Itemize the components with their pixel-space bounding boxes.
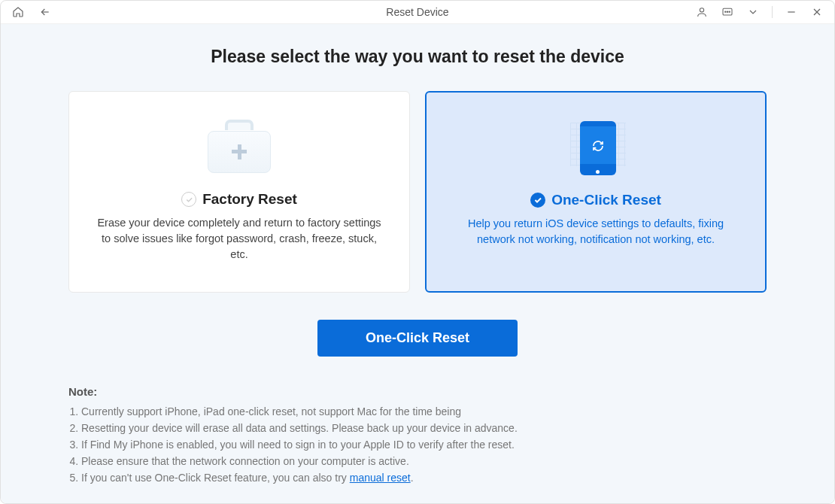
svg-point-2 xyxy=(725,11,726,12)
home-icon[interactable] xyxy=(11,5,25,19)
first-aid-kit-icon xyxy=(208,120,271,181)
one-click-reset-title: One-Click Reset xyxy=(551,192,661,208)
notes-section: Note: Currently support iPhone, iPad one… xyxy=(14,385,821,487)
radio-checked-icon xyxy=(530,193,545,208)
page-heading: Please select the way you want to reset … xyxy=(211,47,624,67)
one-click-reset-button[interactable]: One-Click Reset xyxy=(317,320,518,357)
notes-list: Currently support iPhone, iPad one-click… xyxy=(68,404,767,486)
svg-point-3 xyxy=(727,11,727,12)
note-item: If Find My iPhone is enabled, you will n… xyxy=(81,437,767,453)
chevron-down-icon[interactable] xyxy=(746,5,760,19)
svg-point-4 xyxy=(729,11,730,12)
app-window: Reset Device Please select the way you w… xyxy=(0,0,835,504)
content-area: Please select the way you want to reset … xyxy=(1,24,834,503)
close-icon[interactable] xyxy=(810,5,824,19)
window-title: Reset Device xyxy=(386,6,448,18)
note-item: Currently support iPhone, iPad one-click… xyxy=(81,404,767,420)
titlebar-left xyxy=(11,5,52,19)
card-title-row: Factory Reset xyxy=(181,191,297,208)
note-item: Resetting your device will erase all dat… xyxy=(81,421,767,436)
note-text: . xyxy=(411,472,414,484)
option-cards: Factory Reset Erase your device complete… xyxy=(68,91,767,293)
titlebar-divider xyxy=(772,6,773,18)
radio-unchecked-icon xyxy=(181,192,196,207)
user-icon[interactable] xyxy=(695,5,709,19)
note-item: Please ensure that the network connectio… xyxy=(81,454,767,469)
manual-reset-link[interactable]: manual reset xyxy=(350,472,411,484)
factory-reset-card[interactable]: Factory Reset Erase your device complete… xyxy=(68,91,410,293)
note-item: If you can't use One-Click Reset feature… xyxy=(81,470,767,486)
minimize-icon[interactable] xyxy=(785,5,798,19)
one-click-reset-desc: Help you return iOS device settings to d… xyxy=(449,216,742,247)
factory-reset-title: Factory Reset xyxy=(202,191,297,208)
factory-reset-desc: Erase your device completely and return … xyxy=(92,215,387,263)
note-text: If you can't use One-Click Reset feature… xyxy=(81,472,350,484)
back-icon[interactable] xyxy=(38,5,52,19)
svg-point-0 xyxy=(700,8,703,12)
titlebar: Reset Device xyxy=(1,1,834,24)
feedback-icon[interactable] xyxy=(721,5,734,19)
phone-sync-icon xyxy=(573,121,618,181)
card-title-row: One-Click Reset xyxy=(530,192,661,208)
one-click-reset-card[interactable]: One-Click Reset Help you return iOS devi… xyxy=(425,91,767,293)
titlebar-right xyxy=(695,5,824,19)
notes-title: Note: xyxy=(68,385,767,398)
